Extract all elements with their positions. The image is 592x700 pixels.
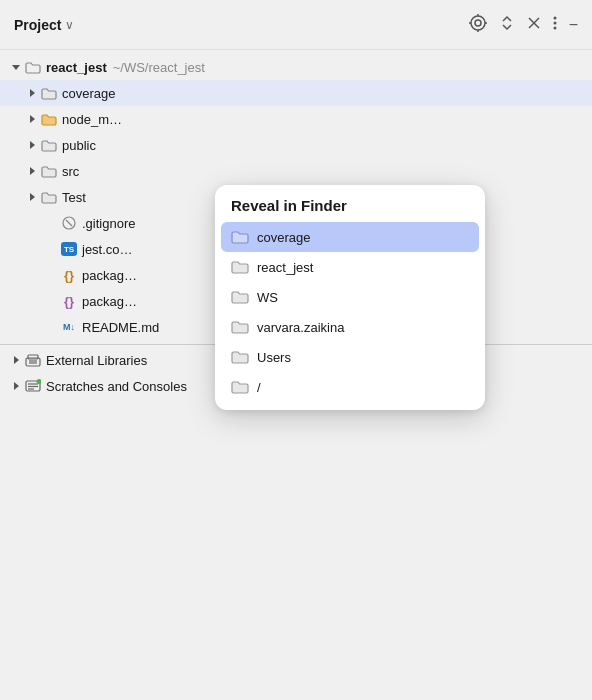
src-folder-icon xyxy=(40,164,58,178)
svg-marker-13 xyxy=(30,115,35,123)
root-path: ~/WS/react_jest xyxy=(113,60,205,75)
svg-marker-14 xyxy=(30,141,35,149)
close-icon[interactable] xyxy=(527,16,541,34)
coverage-arrow xyxy=(24,85,40,101)
header-icons: − xyxy=(469,14,578,36)
node-modules-arrow xyxy=(24,111,40,127)
popup-varvara-folder-icon xyxy=(231,320,249,334)
svg-marker-11 xyxy=(12,65,20,70)
popup-item-ws[interactable]: WS xyxy=(215,282,485,312)
root-arrow xyxy=(8,59,24,75)
tree-item-coverage[interactable]: coverage xyxy=(0,80,592,106)
popup-coverage-folder-icon xyxy=(231,230,249,244)
ext-libraries-icon xyxy=(24,352,42,368)
src-arrow xyxy=(24,163,40,179)
ext-libraries-label: External Libraries xyxy=(46,353,147,368)
svg-point-1 xyxy=(475,20,481,26)
svg-point-0 xyxy=(471,16,485,30)
project-panel: Project ∨ xyxy=(0,0,592,700)
package2-label: packag… xyxy=(82,294,137,309)
package1-icon: {} xyxy=(60,267,78,283)
minimize-icon[interactable]: − xyxy=(569,16,578,34)
popup-coverage-label: coverage xyxy=(257,230,310,245)
test-label: Test xyxy=(62,190,86,205)
popup-item-react-jest[interactable]: react_jest xyxy=(215,252,485,282)
more-icon[interactable] xyxy=(553,15,557,35)
test-folder-icon xyxy=(40,190,58,204)
panel-header: Project ∨ xyxy=(0,0,592,50)
public-folder-icon xyxy=(40,138,58,152)
svg-marker-12 xyxy=(30,89,35,97)
src-label: src xyxy=(62,164,79,179)
root-folder-icon xyxy=(24,60,42,74)
coverage-folder-icon xyxy=(40,86,58,100)
popup-title: Reveal in Finder xyxy=(215,197,485,222)
popup-react-jest-label: react_jest xyxy=(257,260,313,275)
popup-ws-label: WS xyxy=(257,290,278,305)
tree-item-public[interactable]: public xyxy=(0,132,592,158)
svg-point-10 xyxy=(553,26,556,29)
test-arrow xyxy=(24,189,40,205)
scratches-label: Scratches and Consoles xyxy=(46,379,187,394)
jest-config-label: jest.co… xyxy=(82,242,133,257)
popup-root-label: / xyxy=(257,380,261,395)
header-left: Project ∨ xyxy=(14,17,74,33)
svg-marker-15 xyxy=(30,167,35,175)
popup-users-label: Users xyxy=(257,350,291,365)
public-arrow xyxy=(24,137,40,153)
package1-label: packag… xyxy=(82,268,137,283)
popup-ws-folder-icon xyxy=(231,290,249,304)
svg-marker-16 xyxy=(30,193,35,201)
tree-item-src[interactable]: src xyxy=(0,158,592,184)
public-label: public xyxy=(62,138,96,153)
ext-libraries-arrow xyxy=(8,352,24,368)
popup-root-folder-icon xyxy=(231,380,249,394)
popup-users-folder-icon xyxy=(231,350,249,364)
gitignore-icon xyxy=(60,215,78,231)
svg-point-8 xyxy=(553,16,556,19)
svg-point-9 xyxy=(553,21,556,24)
svg-marker-19 xyxy=(14,356,19,364)
scratches-icon xyxy=(24,378,42,394)
popup-varvara-label: varvara.zaikina xyxy=(257,320,344,335)
node-modules-label: node_m… xyxy=(62,112,122,127)
coverage-label: coverage xyxy=(62,86,115,101)
node-modules-folder-icon xyxy=(40,112,58,126)
expand-collapse-icon[interactable] xyxy=(499,15,515,35)
reveal-in-finder-popup: Reveal in Finder coverage react_jest xyxy=(215,185,485,410)
readme-icon: M↓ xyxy=(60,319,78,335)
svg-marker-24 xyxy=(14,382,19,390)
svg-line-18 xyxy=(66,220,72,226)
tree-root[interactable]: react_jest ~/WS/react_jest xyxy=(0,54,592,80)
target-icon[interactable] xyxy=(469,14,487,36)
tree-item-node-modules[interactable]: node_m… xyxy=(0,106,592,132)
package2-icon: {} xyxy=(60,293,78,309)
gitignore-label: .gitignore xyxy=(82,216,135,231)
svg-point-29 xyxy=(37,379,42,384)
root-label: react_jest xyxy=(46,60,107,75)
popup-item-varvara[interactable]: varvara.zaikina xyxy=(215,312,485,342)
panel-title: Project xyxy=(14,17,61,33)
popup-item-users[interactable]: Users xyxy=(215,342,485,372)
scratches-arrow xyxy=(8,378,24,394)
jest-config-icon: TS xyxy=(60,241,78,257)
popup-react-jest-folder-icon xyxy=(231,260,249,274)
panel-title-chevron[interactable]: ∨ xyxy=(65,18,74,32)
readme-label: README.md xyxy=(82,320,159,335)
popup-item-root[interactable]: / xyxy=(215,372,485,402)
popup-item-coverage[interactable]: coverage xyxy=(221,222,479,252)
